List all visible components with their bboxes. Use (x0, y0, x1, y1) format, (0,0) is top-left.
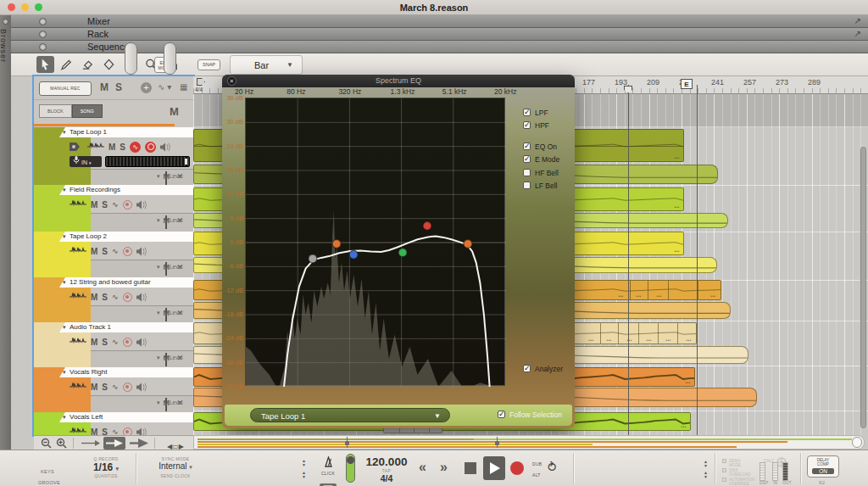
track-fold-icon[interactable]: ▾ (63, 129, 66, 136)
position-bars-spinner[interactable]: ▲▼ (302, 459, 306, 467)
h-zoom-widget[interactable]: ◀▭▶ ZOOM (163, 437, 188, 450)
track-controls[interactable]: MS∿ (66, 243, 193, 260)
add-track-button[interactable]: + (141, 82, 152, 93)
snap-button[interactable]: SNAP (198, 59, 220, 70)
record-arm-icon[interactable] (123, 200, 132, 209)
record-arm-icon[interactable] (123, 247, 132, 256)
rack-detach-icon[interactable]: ↗ (854, 29, 861, 38)
grid-view-icon[interactable]: ▦ (180, 82, 187, 92)
eq-band-handle[interactable] (423, 221, 431, 230)
level-automation-lane[interactable]: ▾LevelM✕ (91, 213, 193, 232)
master-mute-button[interactable]: M (100, 81, 108, 93)
lane-mute-button[interactable]: M (164, 354, 170, 362)
eq-lpf-checkbox[interactable] (523, 109, 531, 116)
eq-hpf-checkbox[interactable] (523, 121, 531, 129)
sequencer-fold-knob-icon[interactable] (39, 43, 47, 51)
song-end-marker[interactable]: E (681, 79, 693, 89)
eq-band-handle[interactable] (349, 250, 358, 259)
input-select[interactable]: IN ▾ (70, 156, 102, 167)
click-label[interactable]: CLICK (315, 471, 341, 476)
record-arm-icon[interactable] (123, 338, 132, 347)
track-row-3[interactable]: ▾Tape Loop 2MS∿▾LevelM✕ (34, 232, 193, 277)
overview-handle[interactable] (852, 437, 862, 448)
level-automation-lane[interactable]: ▾LevelM✕ (91, 169, 193, 185)
rewind-button[interactable]: « (419, 460, 426, 475)
medium-track-height-button[interactable] (103, 437, 125, 450)
metronome-icon[interactable] (323, 456, 334, 467)
dub-button[interactable]: DUB (532, 461, 542, 466)
track-row-5[interactable]: ▾Audio Track 1MS∿▾LevelM✕ (34, 322, 193, 367)
track-fold-icon[interactable]: ▾ (63, 324, 66, 331)
spectrum-eq-titlebar[interactable]: ✕ Spectrum EQ (222, 75, 575, 87)
track-fold-icon[interactable]: ▾ (63, 369, 66, 376)
panel-grab-handle[interactable] (164, 42, 176, 75)
song-mute-label[interactable]: M (170, 105, 179, 118)
eq-hf-bell-checkbox[interactable] (523, 169, 531, 176)
mixer-panel-bar[interactable]: Mixer ↗ (11, 15, 868, 28)
track-controls[interactable]: MS∿ (66, 333, 193, 350)
track-row-2[interactable]: ▾Field RecordingsMS∿▾LevelM✕ (34, 185, 193, 232)
lane-close-button[interactable]: ✕ (176, 354, 183, 362)
lane-close-button[interactable]: ✕ (176, 263, 183, 271)
sequencer-panel-bar[interactable]: Sequencer (11, 41, 868, 53)
track-controls[interactable]: MS∿ (66, 196, 193, 213)
eq-band-handle[interactable] (309, 254, 317, 263)
lane-close-button[interactable]: ✕ (176, 309, 183, 317)
large-track-height-icon[interactable] (130, 439, 148, 448)
song-position-display[interactable]: 197. 4. 4. 99 0:06:33:927 (210, 456, 298, 486)
eq-plot-area[interactable] (245, 98, 505, 386)
rack-fold-knob-icon[interactable] (39, 31, 47, 38)
track-fold-icon[interactable]: ▾ (63, 279, 66, 286)
pointer-tool[interactable] (36, 56, 54, 73)
panel-grab-handle[interactable] (125, 42, 137, 75)
lane-close-button[interactable]: ✕ (176, 216, 183, 225)
eraser-tool[interactable] (79, 56, 97, 73)
level-automation-lane[interactable]: ▾LevelM✕ (91, 260, 193, 277)
manual-rec-button[interactable]: MANUAL REC (39, 81, 92, 96)
lane-close-button[interactable]: ✕ (176, 399, 183, 407)
eq-e-mode-checkbox[interactable] (523, 155, 531, 163)
record-arm-icon[interactable] (123, 293, 132, 302)
block-button[interactable]: BLOCK (39, 104, 72, 118)
automation-record-icon[interactable]: ∿ (130, 142, 141, 153)
song-overview-scrollbar[interactable] (193, 435, 865, 450)
fast-forward-button[interactable]: » (440, 460, 448, 475)
record-arm-icon[interactable] (145, 142, 156, 153)
level-automation-lane[interactable]: ▾LevelM✕ (91, 350, 193, 367)
track-controls[interactable]: MS∿ (66, 423, 193, 435)
song-button[interactable]: SONG (72, 104, 103, 118)
mixer-fold-knob-icon[interactable] (39, 18, 47, 25)
stop-button[interactable] (465, 462, 476, 474)
small-track-height-icon[interactable] (81, 439, 100, 447)
mixer-detach-icon[interactable]: ↗ (854, 16, 861, 25)
sync-mode-select[interactable]: Internal ▾ (146, 461, 205, 471)
click-level-slider[interactable] (346, 454, 355, 483)
track-row-1[interactable]: ▾Tape Loop 1MS∿ IN ▾▾LevelM✕ (34, 127, 193, 185)
play-button[interactable] (483, 456, 505, 480)
quantize-value-select[interactable]: 1/16 ▾ (81, 461, 131, 473)
eq-band-handle[interactable] (398, 249, 407, 257)
eq-lf-bell-checkbox[interactable] (523, 182, 531, 189)
lane-mute-button[interactable]: M (164, 399, 170, 407)
track-controls[interactable]: MS∿ (66, 138, 193, 155)
level-automation-lane[interactable]: ▾LevelM✕ (91, 305, 193, 322)
lane-mute-button[interactable]: M (164, 172, 170, 181)
groove-button[interactable]: GROOVE (38, 472, 60, 486)
send-clock-label[interactable]: SEND CLOCK (146, 473, 205, 478)
zoom-in-icon[interactable] (56, 438, 67, 449)
vertical-scrollbar[interactable] (860, 147, 866, 428)
track-row-4[interactable]: ▾12 String and bowed guitarMS∿▾LevelM✕ (34, 277, 193, 322)
track-fold-icon[interactable]: ▾ (63, 414, 66, 421)
lane-close-button[interactable]: ✕ (176, 172, 183, 181)
record-button[interactable] (510, 461, 524, 475)
snap-grid-select[interactable]: Bar ▼ (230, 55, 303, 75)
click-level-knob[interactable] (347, 456, 354, 464)
master-solo-button[interactable]: S (115, 81, 122, 93)
tempo-value[interactable]: 120.000 (359, 455, 414, 468)
eq-band-handle[interactable] (332, 239, 341, 248)
track-controls[interactable]: MS∿ (66, 288, 193, 305)
left-locator-spinner[interactable]: ▲▼ (704, 460, 708, 468)
pencil-tool[interactable] (58, 56, 75, 73)
browser-side-tab[interactable]: Browser (0, 15, 11, 450)
loop-left-marker[interactable] (197, 78, 205, 86)
